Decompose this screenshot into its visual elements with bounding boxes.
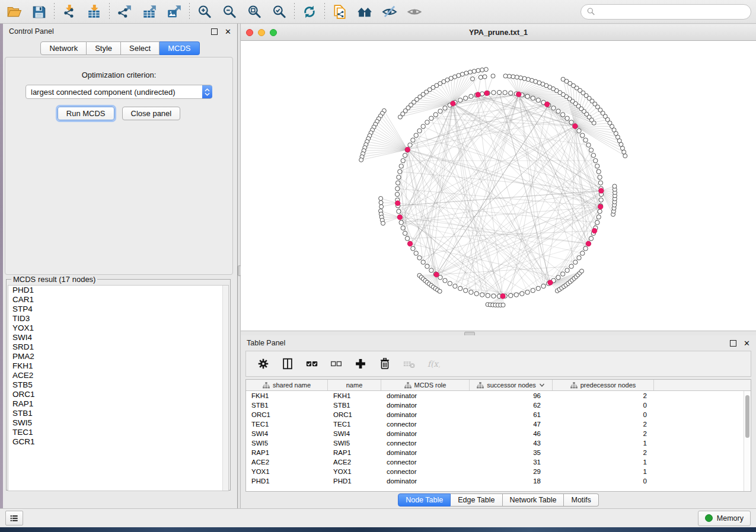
float-panel-icon[interactable]: [211, 28, 218, 35]
table-cell[interactable]: ORC1: [246, 411, 328, 418]
table-cell[interactable]: PHD1: [328, 477, 381, 485]
table-cell[interactable]: ORC1: [328, 411, 381, 418]
hide-selected-button[interactable]: [380, 2, 399, 21]
close-panel-icon[interactable]: ✕: [225, 28, 231, 36]
table-cell[interactable]: 43: [470, 440, 553, 447]
result-node-item[interactable]: STP4: [8, 305, 228, 314]
result-node-item[interactable]: ACE2: [8, 371, 228, 380]
table-row[interactable]: ACE2ACE2connector311: [246, 457, 751, 467]
zoom-out-button[interactable]: [220, 2, 239, 21]
result-list-scrollbar[interactable]: [222, 286, 228, 491]
tab-motifs[interactable]: Motifs: [564, 493, 598, 507]
result-node-item[interactable]: GCR1: [8, 437, 228, 447]
tab-network-table[interactable]: Network Table: [503, 493, 564, 507]
table-cell[interactable]: RAP1: [328, 449, 381, 456]
scrollbar-thumb[interactable]: [745, 395, 749, 438]
table-cell[interactable]: SWI4: [328, 430, 381, 437]
column-header-successor-nodes[interactable]: successor nodes: [470, 380, 553, 390]
search-box[interactable]: [580, 4, 751, 20]
column-header-shared-name[interactable]: shared name: [246, 380, 328, 390]
table-cell[interactable]: 2: [553, 449, 654, 456]
table-cell[interactable]: SWI5: [328, 440, 381, 447]
table-cell[interactable]: FKH1: [246, 392, 328, 399]
table-cell[interactable]: 18: [470, 477, 553, 485]
chevron-down-icon[interactable]: [539, 383, 545, 387]
table-cell[interactable]: TEC1: [328, 421, 381, 428]
float-panel-icon[interactable]: [730, 340, 736, 347]
table-cell[interactable]: 31: [470, 459, 553, 466]
memory-button[interactable]: Memory: [698, 511, 751, 526]
table-cell[interactable]: 0: [553, 477, 654, 485]
tab-network[interactable]: Network: [40, 41, 87, 55]
export-image-button[interactable]: [165, 2, 184, 21]
table-cell[interactable]: 96: [470, 392, 553, 399]
column-header-MCDS-role[interactable]: MCDS role: [381, 380, 470, 390]
tab-mcds[interactable]: MCDS: [160, 41, 199, 55]
table-cell[interactable]: 2: [553, 392, 654, 399]
duplicate-network-button[interactable]: [330, 2, 349, 21]
table-cell[interactable]: STB1: [328, 402, 381, 409]
result-node-item[interactable]: FKH1: [8, 361, 228, 371]
table-cell[interactable]: dominator: [381, 477, 470, 485]
import-network-button[interactable]: [60, 2, 79, 21]
result-node-item[interactable]: PHD1: [8, 286, 228, 295]
table-cell[interactable]: PHD1: [246, 477, 328, 485]
table-cell[interactable]: 47: [470, 421, 553, 428]
table-row[interactable]: STB1STB1dominator620: [246, 400, 751, 410]
search-input[interactable]: [599, 7, 745, 17]
result-node-item[interactable]: SWI4: [8, 333, 228, 342]
tab-node-table[interactable]: Node Table: [398, 493, 451, 507]
import-table-button[interactable]: [85, 2, 104, 21]
result-node-item[interactable]: SRD1: [8, 342, 228, 352]
table-cell[interactable]: YOX1: [246, 468, 328, 475]
columns-button[interactable]: [280, 356, 295, 371]
trash-button[interactable]: [377, 356, 393, 371]
table-row[interactable]: YOX1YOX1connector291: [246, 467, 751, 476]
table-cell[interactable]: 0: [553, 411, 654, 418]
table-scrollbar[interactable]: [744, 391, 751, 491]
criterion-select[interactable]: largest connected component (undirected): [25, 85, 212, 99]
table-row[interactable]: SWI4SWI4dominator462: [246, 429, 751, 438]
table-cell[interactable]: connector: [381, 468, 470, 475]
table-cell[interactable]: 0: [553, 402, 654, 409]
close-panel-button[interactable]: Close panel: [122, 107, 181, 120]
table-cell[interactable]: 61: [470, 411, 553, 418]
table-row[interactable]: ORC1ORC1dominator610: [246, 410, 751, 419]
table-cell[interactable]: ACE2: [246, 459, 328, 466]
table-cell[interactable]: 1: [553, 440, 654, 447]
table-cell[interactable]: dominator: [381, 449, 470, 456]
table-row[interactable]: SWI5SWI5connector431: [246, 438, 751, 448]
refresh-button[interactable]: [300, 2, 319, 21]
table-cell[interactable]: dominator: [381, 392, 470, 399]
first-neighbors-button[interactable]: [355, 2, 374, 21]
task-history-button[interactable]: [5, 511, 23, 525]
table-row[interactable]: TEC1TEC1connector472: [246, 419, 751, 429]
show-all-button[interactable]: [405, 2, 424, 21]
zoom-in-button[interactable]: [195, 2, 214, 21]
table-cell[interactable]: connector: [381, 421, 470, 428]
table-cell[interactable]: 29: [470, 468, 553, 475]
table-cell[interactable]: ACE2: [328, 459, 381, 466]
table-cell[interactable]: FKH1: [328, 392, 381, 399]
tab-select[interactable]: Select: [121, 41, 160, 55]
table-cell[interactable]: connector: [381, 459, 470, 466]
result-node-item[interactable]: TEC1: [8, 428, 228, 437]
table-cell[interactable]: 62: [470, 402, 553, 409]
table-cell[interactable]: 35: [470, 449, 553, 456]
result-node-item[interactable]: STB5: [8, 380, 228, 390]
tab-edge-table[interactable]: Edge Table: [451, 493, 502, 507]
table-cell[interactable]: 2: [553, 430, 654, 437]
table-row[interactable]: RAP1RAP1dominator352: [246, 448, 751, 457]
result-node-item[interactable]: STB1: [8, 409, 228, 418]
table-cell[interactable]: 1: [553, 459, 654, 466]
save-button[interactable]: [30, 2, 49, 21]
table-cell[interactable]: 1: [553, 468, 654, 475]
select-all-button[interactable]: [304, 356, 320, 371]
table-cell[interactable]: TEC1: [246, 421, 328, 428]
table-cell[interactable]: 2: [553, 421, 654, 428]
table-row[interactable]: PHD1PHD1dominator180: [246, 476, 751, 486]
result-node-item[interactable]: PMA2: [8, 352, 228, 361]
export-network-button[interactable]: [115, 2, 134, 21]
zoom-fit-button[interactable]: [245, 2, 264, 21]
plus-button[interactable]: [353, 356, 368, 371]
